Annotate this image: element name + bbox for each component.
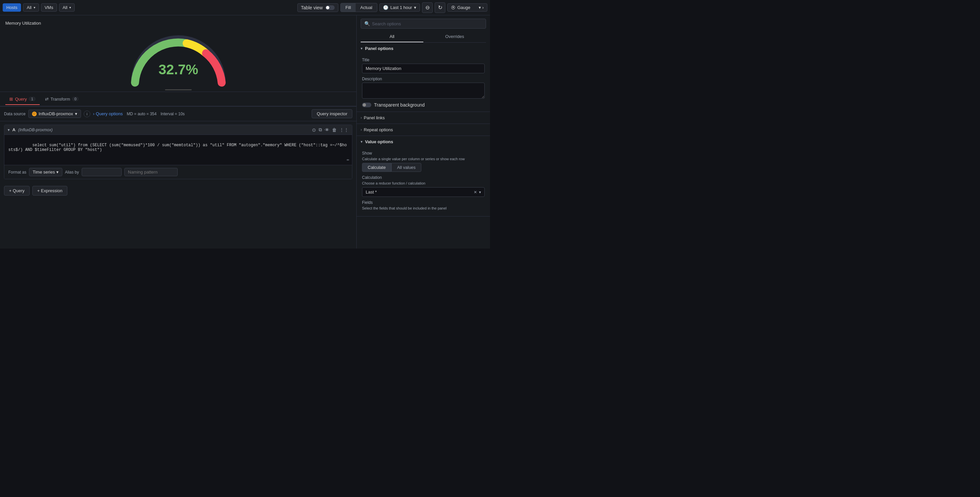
panel-links-label: Panel links [364,115,385,120]
collapse-button[interactable]: ▾ [8,128,10,132]
panel-options-header[interactable]: ▾ Panel options [357,43,490,54]
tab-overrides[interactable]: Overrides [423,31,486,42]
calculation-actions: ✕ ▾ [474,190,481,195]
add-buttons-row: + Query + Expression [0,183,356,199]
vms-label: VMs [45,5,53,10]
query-count-badge: 1 [29,97,35,101]
title-field-label: Title [362,58,485,62]
query-ds-name: (InfluxDB-proxmox) [18,128,52,132]
scroll-indicator [165,89,192,90]
all-values-button[interactable]: All values [391,163,422,172]
tab-transform[interactable]: ⇄ Transform 0 [41,94,83,105]
query-editor: Data source ⬡ InfluxDB-proxmox ▾ i › Que… [0,106,356,249]
query-letter: A [12,127,15,132]
gauge-panel: Memory Utilization 32.7% [0,15,356,92]
help-icon[interactable]: ⊙ [312,127,316,133]
zoom-out-button[interactable]: ⊖ [422,2,433,13]
fill-button[interactable]: Fill [340,3,356,12]
refresh-button[interactable]: ↻ [435,2,445,13]
tab-query[interactable]: ⊞ Query 1 [5,94,40,105]
table-view-label: Table view [301,5,323,10]
table-view-pill [325,5,335,10]
calculation-select[interactable]: Last * ✕ ▾ [362,187,485,197]
transparent-bg-row: Transparent background [362,102,485,108]
alias-input[interactable] [82,168,122,176]
add-expression-button[interactable]: + Expression [32,186,68,195]
show-buttons-group: Calculate All values [362,163,485,172]
calculation-value: Last * [366,189,377,195]
clear-icon[interactable]: ✕ [474,190,477,195]
query-options-button[interactable]: › Query options [93,111,123,116]
query-options-chevron-icon: › [93,111,94,116]
all-filter-2[interactable]: All ▾ [59,3,75,12]
calc-chevron-icon: ▾ [479,190,481,195]
repeat-options-row[interactable]: › Repeat options [357,124,490,136]
right-panel: 🔍 All Overrides ▾ Panel options Title De… [357,15,490,249]
search-box: 🔍 [361,19,486,29]
calculate-button[interactable]: Calculate [362,163,391,172]
time-picker[interactable]: 🕐 Last 1 hour ▾ [379,3,420,12]
show-description: Calculate a single value per column or s… [362,157,485,161]
search-input[interactable] [372,21,482,26]
panel-options-chevron-icon: ▾ [361,47,362,50]
description-field-label: Description [362,76,485,81]
panel-options-title: Panel options [365,46,393,51]
info-button[interactable]: i [84,111,90,117]
chevron-down-icon-2: ▾ [69,6,71,10]
topbar: Hosts All ▾ VMs All ▾ Table view Fill Ac… [0,0,490,15]
format-as-select[interactable]: Time series ▾ [29,168,62,176]
add-query-button[interactable]: + Query [4,186,30,195]
vms-button[interactable]: VMs [41,3,57,12]
left-panel: Memory Utilization 32.7% [0,15,357,249]
panel-options-section: ▾ Panel options Title Description Transp… [357,43,490,112]
format-chevron-icon: ▾ [56,170,59,175]
database-icon: ⊞ [10,97,13,102]
copy-icon[interactable]: ⧉ [319,127,322,133]
panel-links-chevron-icon: › [361,116,362,119]
all-label-2: All [63,5,67,10]
calculation-label: Calculation [362,175,485,180]
query-tab-label: Query [15,97,27,102]
query-block-header: ▾ A (InfluxDB-proxmox) ⊙ ⧉ 👁 🗑 ⋮⋮ [4,125,352,135]
query-sql: select sum("util") from (SELECT (sum("me… [8,143,347,152]
query-options-label: Query options [95,111,123,116]
query-block-a: ▾ A (InfluxDB-proxmox) ⊙ ⧉ 👁 🗑 ⋮⋮ select… [4,125,352,179]
time-chevron-icon: ▾ [414,5,416,10]
search-icon: 🔍 [364,21,370,26]
options-tabs: All Overrides [361,31,486,43]
repeat-options-chevron-icon: › [361,128,362,132]
influxdb-icon: ⬡ [32,111,37,116]
value-options-body: Show Calculate a single value per column… [357,151,490,216]
query-text: select sum("util") from (SELECT (sum("me… [4,135,352,165]
query-toolbar: Data source ⬡ InfluxDB-proxmox ▾ i › Que… [0,106,356,121]
datasource-select[interactable]: ⬡ InfluxDB-proxmox ▾ [28,110,81,118]
value-options-chevron-icon: ▾ [361,140,362,144]
fill-actual-group: Fill Actual [340,3,377,12]
delete-icon[interactable]: 🗑 [332,127,337,133]
zoom-out-icon: ⊖ [425,4,430,11]
panel-links-row[interactable]: › Panel links [357,112,490,124]
table-view-toggle[interactable]: Table view [298,3,338,12]
query-meta-md: MD = auto = 354 [127,111,156,116]
tab-all[interactable]: All [361,31,423,42]
drag-icon[interactable]: ⋮⋮ [339,127,348,133]
edit-pencil-icon[interactable]: ✏ [347,157,349,162]
value-options-title: Value options [365,139,393,144]
all-filter-1[interactable]: All ▾ [23,3,39,12]
all-label-1: All [27,5,31,10]
query-inspector-button[interactable]: Query inspector [312,109,352,118]
eye-icon[interactable]: 👁 [325,127,329,133]
hosts-button[interactable]: Hosts [3,3,21,12]
title-input[interactable] [362,64,485,73]
transparent-bg-toggle[interactable] [362,103,371,107]
arrow-right-icon: › [482,5,484,10]
description-textarea[interactable] [362,83,485,98]
panel-title: Memory Utilization [5,21,351,25]
value-options-header[interactable]: ▾ Value options [357,136,490,148]
visualization-selector[interactable]: ⦿ Gauge ▾ › [447,3,487,12]
naming-pattern-input[interactable] [124,168,178,176]
ds-chevron-icon: ▾ [75,111,77,116]
actual-button[interactable]: Actual [356,3,377,12]
transform-count-badge: 0 [72,97,79,101]
value-options-section: ▾ Value options Show Calculate a single … [357,136,490,216]
